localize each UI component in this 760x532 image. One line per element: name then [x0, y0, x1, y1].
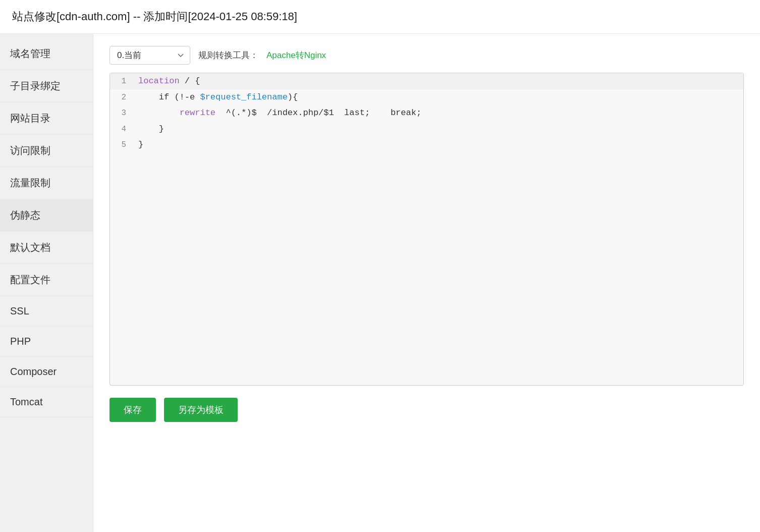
line-content: if (!-e $request_filename){ [134, 90, 743, 104]
sidebar-item-subdir-binding[interactable]: 子目录绑定 [0, 70, 93, 102]
converter-link[interactable]: Apache转Nginx [266, 49, 326, 61]
main-content: 0.当前 规则转换工具： Apache转Nginx 1location / {2… [93, 34, 760, 532]
code-line: 3 rewrite ^(.*)$ /index.php/$1 last; bre… [110, 105, 743, 121]
toolbar: 0.当前 规则转换工具： Apache转Nginx [110, 46, 744, 65]
sidebar-item-website-dir[interactable]: 网站目录 [0, 102, 93, 135]
line-content: rewrite ^(.*)$ /index.php/$1 last; break… [134, 106, 743, 120]
sidebar: 域名管理子目录绑定网站目录访问限制流量限制伪静态默认文档配置文件SSLPHPCo… [0, 34, 93, 532]
line-number: 1 [110, 74, 134, 88]
sidebar-item-traffic-limit[interactable]: 流量限制 [0, 167, 93, 199]
save-button[interactable]: 保存 [110, 398, 156, 422]
line-number: 2 [110, 90, 134, 104]
page-title: 站点修改[cdn-auth.com] -- 添加时间[2024-01-25 08… [12, 10, 297, 23]
save-as-button[interactable]: 另存为模板 [164, 398, 238, 422]
code-editor[interactable]: 1location / {2 if (!-e $request_filename… [110, 73, 744, 386]
actions: 保存 另存为模板 [110, 398, 744, 422]
sidebar-item-default-doc[interactable]: 默认文档 [0, 232, 93, 264]
line-content: } [134, 122, 743, 136]
sidebar-item-config-file[interactable]: 配置文件 [0, 264, 93, 296]
sidebar-item-pseudo-static[interactable]: 伪静态 [0, 199, 93, 232]
sidebar-item-ssl[interactable]: SSL [0, 296, 93, 327]
code-line: 4 } [110, 121, 743, 137]
converter-label: 规则转换工具： [198, 49, 258, 61]
line-content: location / { [134, 74, 743, 88]
page-header: 站点修改[cdn-auth.com] -- 添加时间[2024-01-25 08… [0, 0, 760, 34]
line-number: 4 [110, 122, 134, 136]
line-content: } [134, 138, 743, 151]
sidebar-item-domain-management[interactable]: 域名管理 [0, 38, 93, 70]
line-number: 5 [110, 138, 134, 152]
version-select[interactable]: 0.当前 [110, 46, 190, 65]
code-line: 2 if (!-e $request_filename){ [110, 89, 743, 105]
sidebar-item-php[interactable]: PHP [0, 327, 93, 357]
line-number: 3 [110, 106, 134, 120]
code-line: 1location / { [110, 73, 743, 89]
sidebar-item-composer[interactable]: Composer [0, 357, 93, 387]
sidebar-item-tomcat[interactable]: Tomcat [0, 387, 93, 417]
code-line: 5} [110, 137, 743, 153]
sidebar-item-access-limit[interactable]: 访问限制 [0, 135, 93, 167]
